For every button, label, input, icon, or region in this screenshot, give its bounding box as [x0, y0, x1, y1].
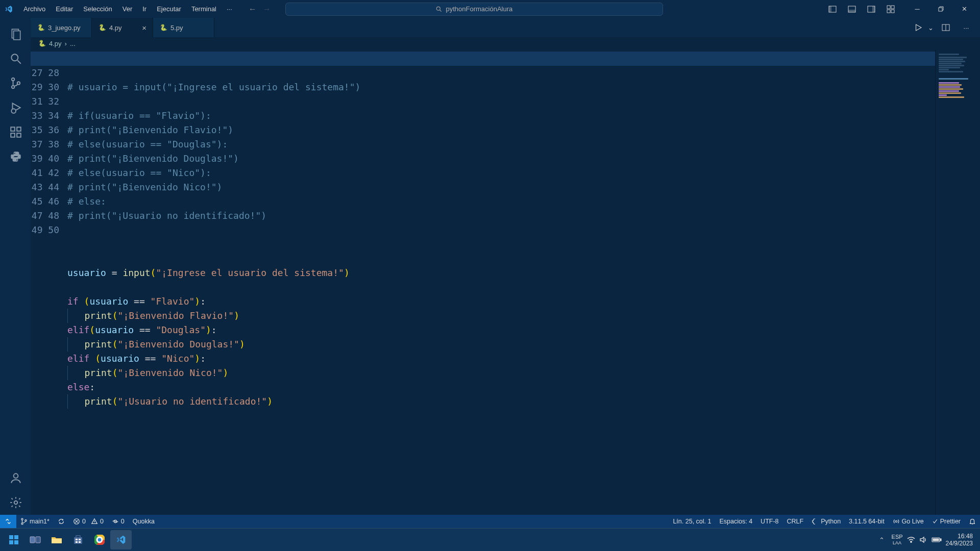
tray-overflow-icon[interactable]: ⌃ — [879, 536, 885, 544]
tab-3-juego[interactable]: 🐍 3_juego.py — [31, 18, 92, 37]
tab-5-py[interactable]: 🐍 5.py — [153, 18, 214, 37]
tab-4-py[interactable]: 🐍 4.py × — [92, 18, 153, 37]
menu-terminal[interactable]: Terminal — [187, 3, 220, 15]
remote-indicator[interactable] — [0, 515, 16, 528]
menu-ir[interactable]: Ir — [138, 3, 151, 15]
svg-point-15 — [11, 54, 18, 61]
svg-point-17 — [12, 78, 14, 81]
language-mode[interactable]: Python — [807, 515, 845, 528]
settings-gear-icon[interactable] — [3, 490, 28, 515]
window-close-icon[interactable]: ✕ — [952, 0, 976, 18]
python-file-icon: 🐍 — [159, 23, 167, 32]
svg-rect-41 — [14, 535, 18, 539]
window-minimize-icon[interactable]: ─ — [905, 0, 929, 18]
customize-layout-icon[interactable] — [882, 2, 899, 16]
command-center[interactable]: pythonFormaciónAlura — [285, 3, 663, 16]
menu-ver[interactable]: Ver — [118, 3, 137, 15]
go-live[interactable]: Go Live — [889, 515, 928, 528]
svg-point-21 — [11, 109, 16, 113]
encoding[interactable]: UTF-8 — [756, 515, 782, 528]
tab-label: 5.py — [170, 24, 183, 32]
chrome-icon[interactable] — [89, 530, 110, 549]
run-file-icon[interactable] — [910, 20, 927, 35]
svg-rect-40 — [9, 535, 13, 539]
svg-marker-28 — [916, 24, 922, 31]
git-sync[interactable] — [54, 515, 69, 528]
ports[interactable]: 0 — [108, 515, 129, 528]
run-dropdown-icon[interactable]: ⌄ — [927, 20, 934, 35]
search-icon[interactable] — [3, 46, 28, 71]
python-file-icon: 🐍 — [37, 23, 45, 32]
start-button[interactable] — [3, 530, 24, 549]
taskview-icon[interactable] — [24, 530, 46, 549]
svg-rect-22 — [11, 127, 15, 131]
wifi-icon[interactable] — [907, 536, 915, 543]
search-icon — [435, 6, 443, 13]
svg-rect-12 — [939, 8, 942, 11]
svg-rect-44 — [30, 537, 35, 543]
run-debug-icon[interactable] — [3, 95, 28, 120]
svg-rect-47 — [74, 537, 82, 544]
quokka[interactable]: Quokka — [129, 515, 159, 528]
layout-panel-right-icon[interactable] — [863, 2, 880, 16]
editor-tabs: 🐍 3_juego.py 🐍 4.py × 🐍 5.py ⌄ ··· — [31, 18, 980, 37]
microsoft-store-icon[interactable] — [67, 530, 89, 549]
nav-forward-icon[interactable]: → — [263, 5, 271, 14]
breadcrumb-sep: › — [65, 40, 67, 47]
menu-editar[interactable]: Editar — [52, 3, 77, 15]
cursor-position[interactable]: Lín. 25, col. 1 — [669, 515, 715, 528]
breadcrumb[interactable]: 🐍 4.py › ... — [31, 37, 980, 49]
svg-rect-9 — [891, 6, 894, 9]
command-center-label: pythonFormaciónAlura — [446, 5, 512, 13]
svg-rect-49 — [76, 539, 78, 540]
language-indicator[interactable]: ESP LAA — [892, 534, 903, 546]
split-editor-icon[interactable] — [937, 20, 954, 35]
editor-body[interactable]: 25 26 27 28 29 30 31 32 33 34 35 36 37 3… — [31, 49, 980, 515]
tab-label: 4.py — [109, 24, 122, 32]
svg-rect-50 — [79, 539, 81, 540]
volume-icon[interactable] — [919, 536, 927, 543]
menu-ejecutar[interactable]: Ejecutar — [153, 3, 185, 15]
more-actions-icon[interactable]: ··· — [958, 20, 975, 35]
layout-panel-left-icon[interactable] — [824, 2, 841, 16]
layout-panel-bottom-icon[interactable] — [843, 2, 861, 16]
nav-back-icon[interactable]: ← — [249, 5, 257, 14]
menu-more-icon[interactable]: ··· — [223, 3, 236, 15]
git-branch[interactable]: main1* — [16, 515, 54, 528]
svg-rect-3 — [829, 6, 831, 12]
file-explorer-icon[interactable] — [46, 530, 67, 549]
svg-point-0 — [437, 7, 440, 10]
svg-rect-23 — [11, 133, 15, 137]
explorer-icon[interactable] — [3, 22, 28, 46]
minimap[interactable] — [935, 49, 980, 515]
prettier[interactable]: Prettier — [928, 515, 965, 528]
menu-seleccion[interactable]: Selección — [79, 3, 116, 15]
eol[interactable]: CRLF — [783, 515, 808, 528]
accounts-icon[interactable] — [3, 466, 28, 490]
svg-rect-46 — [52, 539, 62, 543]
battery-icon[interactable] — [932, 537, 942, 543]
svg-rect-45 — [36, 537, 40, 543]
tab-close-icon[interactable]: × — [142, 23, 146, 32]
notifications-icon[interactable] — [965, 515, 980, 528]
vscode-taskbar-icon[interactable] — [110, 530, 132, 549]
python-file-icon: 🐍 — [38, 39, 46, 47]
clock[interactable]: 16:48 24/9/2023 — [946, 533, 973, 547]
python-interpreter[interactable]: 3.11.5 64-bit — [845, 515, 889, 528]
svg-point-59 — [910, 541, 911, 542]
menu-archivo[interactable]: Archivo — [19, 3, 50, 15]
code-content[interactable]: # usuario = input("¡Ingrese el usuario d… — [67, 49, 935, 515]
svg-rect-52 — [79, 541, 81, 543]
status-bar: main1* 0 0 0 Quokka Lín. 25, col. 1 Espa… — [0, 515, 980, 528]
svg-rect-25 — [17, 127, 21, 131]
svg-point-39 — [895, 520, 897, 522]
errors-warnings[interactable]: 0 0 — [69, 515, 108, 528]
svg-rect-62 — [933, 539, 939, 541]
indentation[interactable]: Espacios: 4 — [715, 515, 756, 528]
extensions-icon[interactable] — [3, 120, 28, 144]
source-control-icon[interactable] — [3, 71, 28, 95]
line-numbers: 25 26 27 28 29 30 31 32 33 34 35 36 37 3… — [31, 49, 67, 515]
python-env-icon[interactable] — [3, 144, 28, 169]
window-restore-icon[interactable] — [929, 0, 952, 18]
svg-rect-11 — [891, 10, 894, 13]
